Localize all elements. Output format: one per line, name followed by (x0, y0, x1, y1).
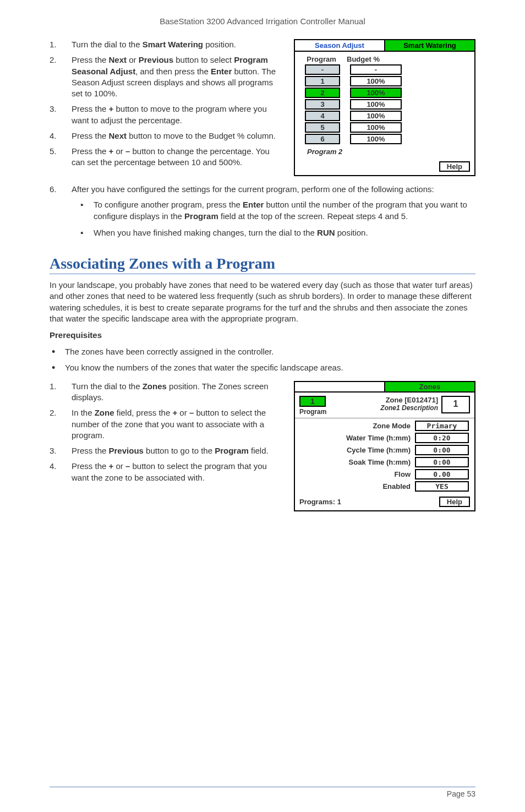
substep-2: When you have finished making changes, t… (72, 227, 475, 238)
step-4: 4.Press the Next button to move to the B… (50, 130, 283, 141)
step-1: 1.Turn the dial to the Smart Watering po… (50, 39, 283, 50)
budget-cell: 100% (350, 88, 402, 98)
budget-cell: 100% (350, 134, 402, 144)
prerequisites-heading: Prerequisites (50, 330, 475, 341)
prereq-2: You know the numbers of the zones that w… (50, 362, 475, 373)
program-value: 1 (299, 396, 326, 407)
tab-smart-watering: Smart Watering (385, 40, 474, 52)
help-button: Help (439, 161, 470, 172)
tab-season-adjust: Season Adjust (295, 40, 385, 52)
program-cell: 3 (305, 99, 340, 110)
substep-1: To configure another program, press the … (72, 199, 475, 222)
zones-step-1: 1.Turn the dial to the Zones position. T… (50, 381, 283, 404)
budget-cell: 100% (350, 76, 402, 86)
budget-cell: 100% (350, 122, 402, 133)
section-heading: Associating Zones with a Program (50, 255, 475, 274)
step-3: 3.Press the + button to move to the prog… (50, 103, 283, 126)
budget-cell: 100% (350, 111, 402, 121)
season-adjust-screen: Season Adjust Smart Watering Program Bud… (294, 39, 475, 176)
cycle-time-value: 0:00 (415, 445, 469, 455)
programs-count: Programs: 1 (299, 498, 439, 506)
budget-cell: - (350, 64, 402, 75)
soak-time-label: Soak Time (h:mm) (300, 458, 415, 466)
help-button: Help (439, 497, 470, 507)
step-6: 6.After you have configured the settings… (50, 184, 475, 195)
zones-step-3: 3.Press the Previous button to go to the… (50, 445, 283, 456)
cycle-time-label: Cycle Time (h:mm) (300, 446, 415, 454)
zone-label: Zone [E012471] (326, 396, 438, 404)
zone-sub: Zone1 Description (326, 404, 438, 412)
enabled-value: YES (415, 481, 469, 492)
step-2: 2.Press the Next or Previous button to s… (50, 55, 283, 99)
flow-label: Flow (300, 470, 415, 478)
program-footnote: Program 2 (299, 144, 470, 156)
budget-cell: 100% (350, 99, 402, 110)
zones-step-2: 2.In the Zone field, press the + or – bu… (50, 407, 283, 441)
tab-zones: Zones (384, 382, 474, 393)
zone-value: 1 (441, 396, 470, 413)
program-cell: 1 (305, 76, 340, 86)
prereq-1: The zones have been correctly assigned i… (50, 346, 475, 357)
page-footer: Page 53 (50, 787, 475, 798)
zones-step-4: 4.Press the + or – button to select the … (50, 461, 283, 483)
step-5: 5.Press the + or – button to change the … (50, 146, 283, 168)
water-time-value: 0:20 (415, 433, 469, 443)
enabled-label: Enabled (300, 482, 415, 491)
program-cell: 5 (305, 122, 340, 133)
col-program: Program (299, 55, 343, 63)
soak-time-value: 0:00 (415, 457, 469, 467)
program-label: Program (299, 408, 326, 416)
program-cell: 4 (305, 111, 340, 121)
program-cell: 6 (305, 134, 340, 144)
flow-value: 0.00 (415, 469, 469, 479)
program-cell: 2 (305, 88, 340, 98)
zone-mode-value: Primary (415, 421, 469, 431)
zone-mode-label: Zone Mode (300, 422, 415, 430)
water-time-label: Water Time (h:mm) (300, 434, 415, 442)
program-cell: - (305, 64, 340, 75)
page-header: BaseStation 3200 Advanced Irrigation Con… (50, 17, 475, 26)
col-budget: Budget % (343, 55, 402, 63)
intro-paragraph: In your landscape, you probably have zon… (50, 280, 475, 324)
zones-screen: Zones 1 Program Zone [E012471] Zone1 Des… (294, 381, 475, 511)
